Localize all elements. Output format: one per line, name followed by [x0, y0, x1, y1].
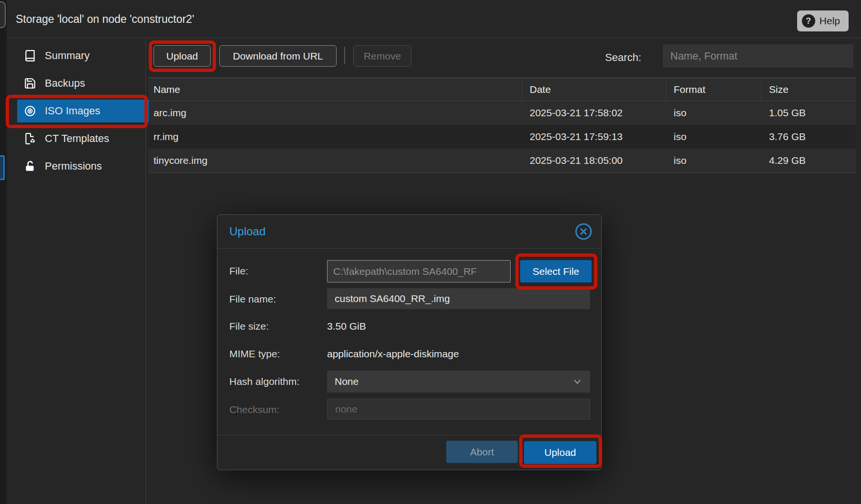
upload-submit-button[interactable]: Upload: [524, 441, 596, 464]
title-bar: Storage 'local' on node 'constructor2' ?…: [7, 0, 861, 38]
toolbar-separator: [344, 47, 345, 64]
search-input[interactable]: [663, 44, 853, 68]
select-file-button[interactable]: Select File: [520, 260, 592, 282]
hash-algorithm-value: None: [335, 376, 359, 387]
column-header-name[interactable]: Name: [149, 78, 522, 101]
sidebar-item-label: Permissions: [45, 160, 102, 172]
sidebar-item-label: Backups: [45, 77, 85, 90]
upload-button[interactable]: Upload: [154, 45, 211, 67]
sidebar-item-label: ISO Images: [45, 105, 100, 117]
sidebar-item-ct-templates[interactable]: CT Templates: [17, 127, 150, 150]
sidebar-item-label: Summary: [45, 50, 90, 62]
cell-date: 2025-03-21 17:58:02: [522, 101, 666, 125]
cell-size: 1.05 GB: [761, 101, 856, 125]
cell-name: tinycore.img: [149, 149, 522, 172]
table-row[interactable]: tinycore.img 2025-03-21 18:05:00 iso 4.2…: [149, 149, 856, 172]
storage-sidebar: Summary Backups ISO Images: [7, 39, 145, 504]
file-name-value[interactable]: custom SA6400_RR_.img: [327, 288, 590, 309]
cell-date: 2025-03-21 18:05:00: [522, 149, 666, 172]
column-header-date[interactable]: Date: [522, 78, 666, 101]
file-label: File:: [229, 260, 248, 282]
table-row[interactable]: rr.img 2025-03-21 17:59:13 iso 3.76 GB: [149, 125, 856, 149]
column-header-size[interactable]: Size: [761, 78, 856, 101]
floppy-icon: [24, 77, 36, 90]
left-panel-edge: [0, 0, 7, 504]
template-icon: [24, 132, 36, 145]
help-button-label: Help: [820, 15, 840, 27]
mime-type-label: MIME type:: [229, 343, 280, 365]
cell-format: iso: [666, 149, 761, 172]
dialog-header-divider: [217, 248, 601, 249]
file-size-value: 3.50 GiB: [327, 315, 366, 337]
content-toolbar: Upload Download from URL Remove Search:: [146, 39, 861, 77]
search-label: Search:: [605, 39, 641, 77]
file-size-label: File size:: [229, 315, 269, 337]
sidebar-item-backups[interactable]: Backups: [17, 72, 150, 95]
proxmox-storage-screen: Storage 'local' on node 'constructor2' ?…: [0, 0, 861, 504]
hash-algorithm-label: Hash algorithm:: [229, 371, 299, 393]
table-header: Name Date Format Size: [149, 78, 856, 101]
page-title: Storage 'local' on node 'constructor2': [16, 0, 194, 38]
cell-name: rr.img: [149, 125, 522, 149]
left-tab-stub: [0, 1, 6, 28]
help-icon: ?: [802, 14, 815, 28]
sidebar-item-iso-images[interactable]: ISO Images: [17, 100, 150, 122]
checksum-label: Checksum:: [229, 399, 279, 421]
help-button[interactable]: ? Help: [797, 10, 849, 31]
table-row[interactable]: arc.img 2025-03-21 17:58:02 iso 1.05 GB: [149, 101, 856, 125]
cell-format: iso: [666, 101, 761, 125]
sidebar-item-label: CT Templates: [45, 132, 109, 145]
remove-button[interactable]: Remove: [353, 45, 411, 67]
disc-icon: [24, 105, 36, 117]
sidebar-item-permissions[interactable]: Permissions: [17, 155, 150, 178]
cell-size: 4.29 GB: [761, 149, 856, 172]
mime-type-value: application/x-apple-diskimage: [327, 343, 459, 365]
cell-format: iso: [666, 125, 761, 149]
download-from-url-button[interactable]: Download from URL: [219, 45, 337, 67]
dialog-title: Upload: [229, 215, 266, 248]
close-icon[interactable]: [574, 222, 594, 242]
file-name-label: File name:: [229, 288, 276, 310]
checksum-input[interactable]: [327, 399, 590, 420]
cell-name: arc.img: [149, 101, 522, 125]
column-header-format[interactable]: Format: [666, 78, 761, 101]
hash-algorithm-select[interactable]: None: [327, 371, 590, 393]
upload-dialog: Upload File: Select File File name: cust…: [217, 214, 602, 470]
abort-button[interactable]: Abort: [446, 441, 518, 463]
cell-size: 3.76 GB: [761, 125, 856, 149]
chevron-down-icon: [572, 376, 583, 387]
dialog-footer-divider: [217, 435, 601, 435]
iso-images-table: Name Date Format Size arc.img 2025-03-21…: [149, 78, 856, 173]
sidebar-item-summary[interactable]: Summary: [17, 44, 150, 67]
sidebar-content-divider: [145, 39, 146, 504]
unlock-icon: [24, 160, 36, 172]
table-bottom-border: [149, 172, 856, 173]
cell-date: 2025-03-21 17:59:13: [522, 125, 666, 149]
tree-selection-sliver: [0, 155, 5, 180]
book-icon: [24, 50, 36, 62]
file-path-input[interactable]: [327, 260, 511, 282]
